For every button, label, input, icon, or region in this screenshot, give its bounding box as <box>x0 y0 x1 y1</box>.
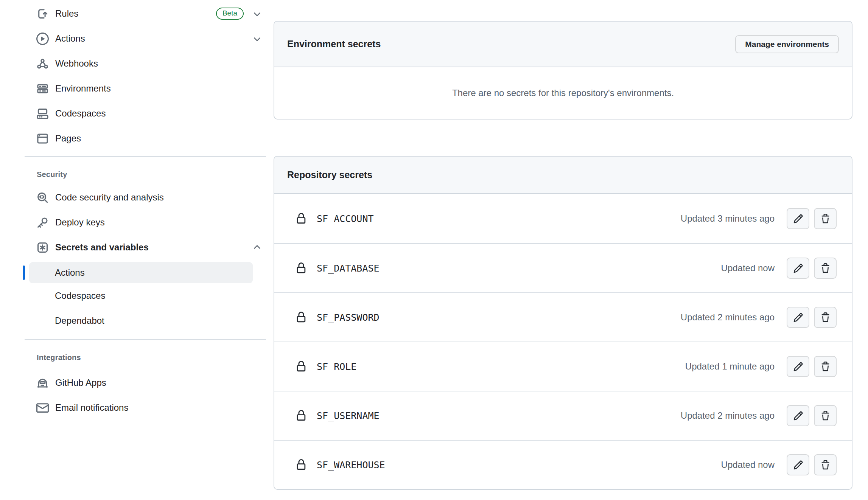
key-icon <box>36 216 49 229</box>
sidebar-item-actions[interactable]: Actions <box>23 26 267 51</box>
secret-name: SF_ACCOUNT <box>317 213 374 224</box>
play-icon <box>36 33 49 45</box>
hubot-icon <box>36 377 49 389</box>
secret-name: SF_USERNAME <box>317 410 380 421</box>
mail-icon <box>36 402 49 414</box>
delete-secret-button[interactable] <box>814 405 837 426</box>
codescan-icon <box>36 191 49 204</box>
beta-badge: Beta <box>216 8 244 20</box>
secret-updated: Updated 3 minutes ago <box>681 213 775 224</box>
delete-secret-button[interactable] <box>814 258 837 279</box>
pencil-icon <box>793 214 803 224</box>
sidebar-item-label: Email notifications <box>55 403 128 412</box>
lock-icon <box>296 410 307 421</box>
sidebar-item-environments[interactable]: Environments <box>23 76 267 101</box>
manage-environments-button[interactable]: Manage environments <box>735 35 839 53</box>
secret-updated: Updated now <box>721 263 775 273</box>
rules-icon <box>36 8 49 20</box>
server-icon <box>36 82 49 95</box>
trash-icon <box>820 362 831 372</box>
secret-row: SF_WAREHOUSE Updated now <box>274 440 852 489</box>
edit-secret-button[interactable] <box>787 208 809 229</box>
sidebar-item-label: Secrets and variables <box>55 243 149 252</box>
sidebar-item-rules[interactable]: Rules Beta <box>23 1 267 26</box>
webhook-icon <box>36 57 49 70</box>
sidebar-item-label: Webhooks <box>55 59 98 68</box>
sidebar-item-label: GitHub Apps <box>55 378 106 387</box>
sidebar-subitem-codespaces[interactable]: Codespaces <box>23 283 267 308</box>
sidebar-item-pages[interactable]: Pages <box>23 126 267 151</box>
edit-secret-button[interactable] <box>787 258 809 279</box>
pencil-icon <box>793 312 803 323</box>
secret-row: SF_USERNAME Updated 2 minutes ago <box>274 391 852 440</box>
sidebar-divider <box>25 156 266 157</box>
sidebar-item-label: Pages <box>55 134 81 143</box>
edit-secret-button[interactable] <box>787 454 809 475</box>
pencil-icon <box>793 460 803 470</box>
environment-secrets-card: Environment secrets Manage environments … <box>274 21 852 120</box>
sidebar-item-deploy-keys[interactable]: Deploy keys <box>23 210 267 235</box>
pencil-icon <box>793 411 803 421</box>
repository-secrets-header: Repository secrets <box>274 157 852 194</box>
secret-row: SF_ACCOUNT Updated 3 minutes ago <box>274 194 852 243</box>
lock-icon <box>296 213 307 224</box>
active-indicator-bar <box>23 266 25 280</box>
delete-secret-button[interactable] <box>814 307 837 328</box>
lock-icon <box>296 459 307 470</box>
secrets-main-content: Environment secrets Manage environments … <box>274 21 852 490</box>
sidebar-subitem-label: Actions <box>55 267 85 278</box>
secret-name: SF_ROLE <box>317 361 356 372</box>
sidebar-subitem-dependabot[interactable]: Dependabot <box>23 308 267 333</box>
asterisk-box-icon <box>36 241 49 254</box>
sidebar-subitem-label: Codespaces <box>55 290 105 301</box>
repository-secrets-title: Repository secrets <box>287 169 372 180</box>
trash-icon <box>820 411 831 421</box>
pencil-icon <box>793 362 803 372</box>
chevron-up-icon <box>252 242 262 253</box>
secret-name: SF_DATABASE <box>317 263 380 274</box>
sidebar-item-webhooks[interactable]: Webhooks <box>23 51 267 76</box>
sidebar-item-email-notifications[interactable]: Email notifications <box>23 395 267 420</box>
trash-icon <box>820 214 831 224</box>
secret-updated: Updated 2 minutes ago <box>681 312 775 323</box>
secret-row: SF_PASSWORD Updated 2 minutes ago <box>274 292 852 342</box>
sidebar-subitem-label: Dependabot <box>55 315 104 326</box>
delete-secret-button[interactable] <box>814 356 837 377</box>
environment-secrets-empty-message: There are no secrets for this repository… <box>274 67 852 119</box>
secret-row: SF_ROLE Updated 1 minute ago <box>274 342 852 391</box>
environment-secrets-header: Environment secrets Manage environments <box>274 22 852 67</box>
sidebar-divider <box>25 339 266 340</box>
sidebar-item-label: Deploy keys <box>55 218 105 227</box>
sidebar-section-security: Security <box>23 167 267 182</box>
sidebar-item-label: Rules <box>55 9 78 18</box>
edit-secret-button[interactable] <box>787 405 809 426</box>
trash-icon <box>820 312 831 323</box>
sidebar-item-label: Codespaces <box>55 109 106 118</box>
secret-updated: Updated now <box>721 460 775 470</box>
sidebar-item-github-apps[interactable]: GitHub Apps <box>23 370 267 395</box>
trash-icon <box>820 460 831 470</box>
settings-sidebar: Rules Beta Actions Webhooks Environments… <box>23 1 267 420</box>
trash-icon <box>820 263 831 273</box>
lock-icon <box>296 312 307 323</box>
secret-updated: Updated 1 minute ago <box>685 361 775 372</box>
sidebar-item-label: Actions <box>55 34 85 43</box>
edit-secret-button[interactable] <box>787 307 809 328</box>
sidebar-item-codespaces[interactable]: Codespaces <box>23 101 267 126</box>
sidebar-item-code-security[interactable]: Code security and analysis <box>23 185 267 210</box>
repository-secrets-card: Repository secrets SF_ACCOUNT Updated 3 … <box>274 156 852 490</box>
codespaces-icon <box>36 107 49 120</box>
chevron-down-icon <box>252 34 262 44</box>
chevron-down-icon <box>252 9 262 19</box>
secret-name: SF_WAREHOUSE <box>317 460 385 470</box>
edit-secret-button[interactable] <box>787 356 809 377</box>
delete-secret-button[interactable] <box>814 208 837 229</box>
pencil-icon <box>793 263 803 273</box>
sidebar-section-integrations: Integrations <box>23 350 267 365</box>
sidebar-item-label: Environments <box>55 84 111 93</box>
secret-updated: Updated 2 minutes ago <box>681 410 775 421</box>
sidebar-item-secrets-and-variables[interactable]: Secrets and variables <box>23 235 267 260</box>
sidebar-subitem-actions[interactable]: Actions <box>29 262 253 283</box>
delete-secret-button[interactable] <box>814 454 837 475</box>
lock-icon <box>296 361 307 372</box>
